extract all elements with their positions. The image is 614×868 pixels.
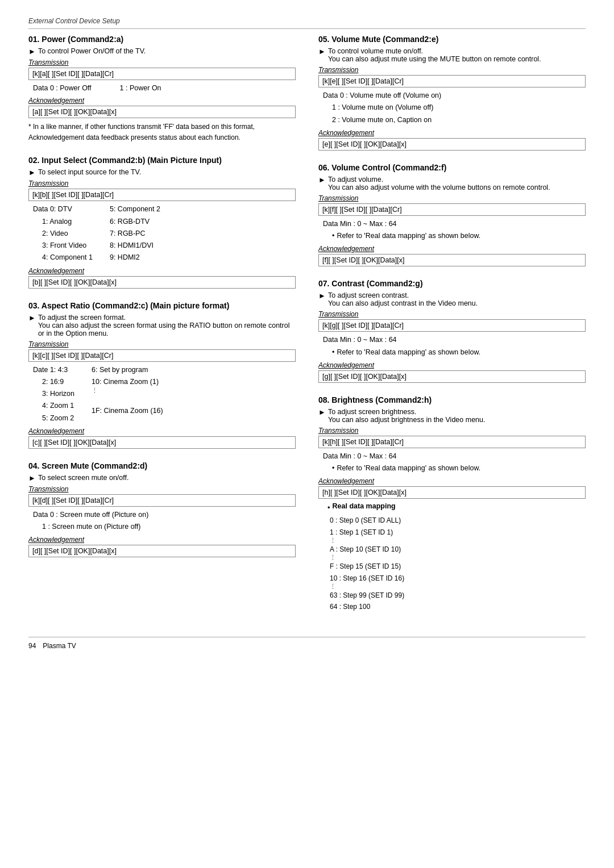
transmission-label-08: Transmission — [318, 427, 586, 435]
ack-code-07: [g][ ][Set ID][ ][OK][Data][x] — [318, 370, 586, 383]
arrow-icon: ► — [28, 168, 36, 177]
section-03: 03. Aspect Ratio (Command2:c) (Main pict… — [28, 301, 296, 449]
transmission-label-07: Transmission — [318, 310, 586, 318]
transmission-code-07: [k][g][ ][Set ID][ ][Data][Cr] — [318, 319, 586, 332]
note-01: * In a like manner, if other functions t… — [28, 122, 296, 143]
arrow-icon: ► — [318, 176, 326, 184]
data-text-01: Data 0 : Power Off 1 : Power On — [33, 82, 296, 94]
ack-label-06: Acknowledgement — [318, 245, 586, 253]
real-data-title: Real data mapping — [333, 502, 396, 510]
arrow-icon: ► — [28, 314, 36, 322]
section-07: 07. Contrast (Command2:g) ► To adjust sc… — [318, 279, 586, 383]
transmission-label-03: Transmission — [28, 340, 296, 348]
real-data-mapping: • Real data mapping 0 : Step 0 (SET ID A… — [318, 502, 586, 612]
section-08-desc: ► To adjust screen brightness. You can a… — [318, 408, 586, 424]
transmission-label-02: Transmission — [28, 180, 296, 187]
transmission-code-01: [k][a][ ][Set ID][ ][Data][Cr] — [28, 68, 296, 80]
page: External Control Device Setup 01. Power … — [0, 0, 614, 868]
transmission-label-05: Transmission — [318, 66, 586, 74]
section-01-arrow-text: To control Power On/Off of the TV. — [38, 47, 146, 55]
transmission-code-06: [k][f][ ][Set ID][ ][Data][Cr] — [318, 203, 586, 216]
ack-label-07: Acknowledgement — [318, 361, 586, 369]
ack-label-01: Acknowledgement — [28, 97, 296, 105]
header-title: External Control Device Setup — [28, 17, 120, 25]
ack-code-08: [h][ ][Set ID][ ][OK][Data][x] — [318, 486, 586, 499]
footer-product-label: Plasma TV — [43, 642, 76, 650]
transmission-code-04: [k][d][ ][Set ID][ ][Data][Cr] — [28, 494, 296, 507]
section-04-title: 04. Screen Mute (Command2:d) — [28, 461, 296, 470]
data-text-08: Data Min : 0 ~ Max : 64 • Refer to 'Real… — [323, 450, 586, 475]
section-07-desc: ► To adjust screen contrast. You can als… — [318, 291, 586, 307]
page-header: External Control Device Setup — [28, 17, 586, 29]
transmission-code-05: [k][e][ ][Set ID][ ][Data][Cr] — [318, 75, 586, 87]
ack-code-02: [b][ ][Set ID][ ][OK][Data][x] — [28, 276, 296, 289]
section-04-desc: ► To select screen mute on/off. — [28, 474, 296, 482]
main-content: 01. Power (Command2:a) ► To control Powe… — [28, 35, 586, 625]
data-text-05: Data 0 : Volume mute off (Volume on) 1 :… — [323, 90, 586, 126]
left-column: 01. Power (Command2:a) ► To control Powe… — [28, 35, 296, 625]
section-01-desc: ► To control Power On/Off of the TV. — [28, 47, 296, 56]
section-08: 08. Brightness (Command2:h) ► To adjust … — [318, 395, 586, 613]
section-06-title: 06. Volume Control (Command2:f) — [318, 163, 586, 172]
section-08-title: 08. Brightness (Command2:h) — [318, 395, 586, 404]
transmission-label-01: Transmission — [28, 59, 296, 66]
ack-code-03: [c][ ][Set ID][ ][OK][Data][x] — [28, 436, 296, 449]
section-06: 06. Volume Control (Command2:f) ► To adj… — [318, 163, 586, 267]
section-05: 05. Volume Mute (Command2:e) ► To contro… — [318, 35, 586, 151]
section-07-title: 07. Contrast (Command2:g) — [318, 279, 586, 288]
right-column: 05. Volume Mute (Command2:e) ► To contro… — [318, 35, 586, 625]
arrow-icon: ► — [28, 474, 36, 482]
ack-label-08: Acknowledgement — [318, 477, 586, 485]
arrow-icon: ► — [318, 291, 326, 300]
section-02-title: 02. Input Select (Command2:b) (Main Pict… — [28, 156, 296, 165]
section-06-desc: ► To adjust volume. You can also adjust … — [318, 176, 586, 191]
section-05-title: 05. Volume Mute (Command2:e) — [318, 35, 586, 44]
data-text-03: Date 1: 4:3 2: 16:9 3: Horizon 4: Zoom 1… — [33, 364, 296, 424]
data-text-06: Data Min : 0 ~ Max : 64 • Refer to 'Real… — [323, 218, 586, 243]
real-data-rows: 0 : Step 0 (SET ID ALL) 1 : Step 1 (SET … — [330, 515, 586, 612]
arrow-icon: ► — [318, 408, 326, 416]
section-02-arrow-text: To select input source for the TV. — [38, 168, 141, 176]
page-number: 94 — [28, 642, 36, 650]
transmission-label-06: Transmission — [318, 194, 586, 202]
ack-label-02: Acknowledgement — [28, 267, 296, 275]
section-01-title: 01. Power (Command2:a) — [28, 35, 296, 44]
transmission-label-04: Transmission — [28, 485, 296, 493]
transmission-code-03: [k][c][ ][Set ID][ ][Data][Cr] — [28, 349, 296, 362]
section-03-desc: ► To adjust the screen format. You can a… — [28, 314, 296, 337]
ack-code-05: [e][ ][Set ID][ ][OK][Data][x] — [318, 138, 586, 151]
section-02: 02. Input Select (Command2:b) (Main Pict… — [28, 156, 296, 288]
section-03-title: 03. Aspect Ratio (Command2:c) (Main pict… — [28, 301, 296, 310]
page-footer: 94 Plasma TV — [28, 637, 586, 650]
data-text-04: Data 0 : Screen mute off (Picture on) 1 … — [33, 509, 296, 533]
section-05-desc: ► To control volume mute on/off. You can… — [318, 47, 586, 63]
data-text-02: Data 0: DTV 1: Analog 2: Video 3: Front … — [33, 203, 296, 264]
section-02-desc: ► To select input source for the TV. — [28, 168, 296, 177]
section-04-arrow-text: To select screen mute on/off. — [38, 474, 129, 482]
arrow-icon: ► — [28, 47, 36, 56]
arrow-icon: ► — [318, 47, 326, 56]
ack-code-04: [d][ ][Set ID][ ][OK][Data][x] — [28, 545, 296, 557]
section-01: 01. Power (Command2:a) ► To control Powe… — [28, 35, 296, 143]
transmission-code-08: [k][h][ ][Set ID][ ][Data][Cr] — [318, 436, 586, 448]
transmission-code-02: [k][b][ ][Set ID][ ][Data][Cr] — [28, 189, 296, 201]
section-04: 04. Screen Mute (Command2:d) ► To select… — [28, 461, 296, 558]
ack-label-04: Acknowledgement — [28, 536, 296, 544]
ack-label-05: Acknowledgement — [318, 129, 586, 137]
ack-label-03: Acknowledgement — [28, 427, 296, 435]
ack-code-01: [a][ ][Set ID][ ][OK][Data][x] — [28, 106, 296, 118]
ack-code-06: [f][ ][Set ID][ ][OK][Data][x] — [318, 254, 586, 266]
data-text-07: Data Min : 0 ~ Max : 64 • Refer to 'Real… — [323, 334, 586, 358]
